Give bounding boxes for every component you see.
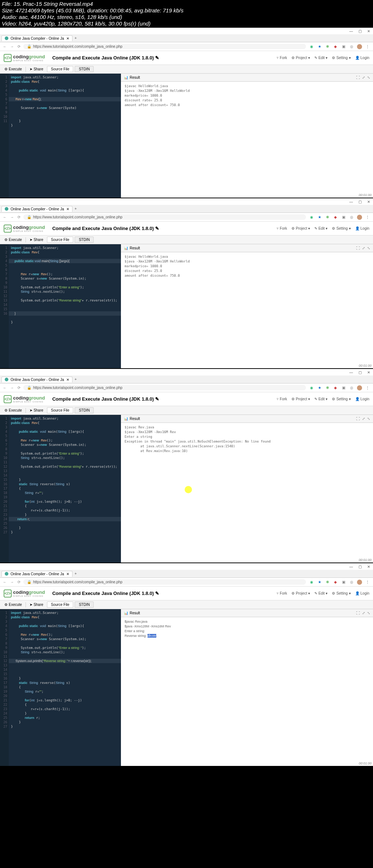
login-button[interactable]: 👤 Login bbox=[355, 56, 369, 60]
fork-button[interactable]: ⑂ Fork bbox=[276, 56, 287, 60]
line-gutter: 1234567891011 bbox=[0, 74, 9, 198]
share-button[interactable]: ➤ Share bbox=[27, 66, 46, 72]
edit-icon[interactable]: ✎ bbox=[155, 55, 159, 61]
cursor-highlight bbox=[185, 486, 192, 493]
site-logo[interactable]: </>codinggroundSIMPLE EASY CODING bbox=[4, 225, 45, 233]
editor-toolbar: ⚙ Execute ➤ Share Source File STDIN bbox=[0, 65, 373, 74]
code-editor[interactable]: 1234567891011121314151617181920212223242… bbox=[0, 415, 121, 563]
reload-icon[interactable]: ⟳ bbox=[17, 215, 20, 219]
screenshot-frame-4: —▢✕ Online Java Compiler - Online Ja✕+ ←… bbox=[0, 563, 373, 766]
source-tab[interactable]: Source File bbox=[47, 66, 74, 72]
execute-button[interactable]: ⚙ Execute bbox=[2, 237, 24, 242]
stdin-tab[interactable]: STDIN bbox=[75, 66, 94, 72]
ext-icon[interactable]: ◉ bbox=[309, 44, 314, 49]
screenshot-frame-3: —▢✕ Online Java Compiler - Online Ja✕+ ←… bbox=[0, 369, 373, 563]
project-button[interactable]: ⚙ Project ▾ bbox=[291, 56, 310, 60]
maximize-icon[interactable]: ▢ bbox=[358, 200, 362, 204]
screenshot-frame-2: —▢✕ Online Java Compiler - Online Ja✕+ ←… bbox=[0, 198, 373, 368]
setting-button[interactable]: ⚙ Setting ▾ bbox=[332, 226, 350, 230]
forward-icon[interactable]: → bbox=[10, 44, 14, 48]
address-bar: ← → ⟳ 🔒 https://www.tutorialspoint.com/c… bbox=[0, 42, 373, 51]
tab-favicon-icon bbox=[5, 36, 8, 40]
login-button[interactable]: 👤 Login bbox=[355, 226, 369, 230]
url-input[interactable]: 🔒https://www.tutorialspoint.com/compile_… bbox=[23, 214, 306, 220]
page-title: Compile and Execute Java Online (JDK 1.8… bbox=[52, 55, 159, 61]
extension-icons: ◉ ★ ❋ ◆ ▣ ◎ ⋮ bbox=[309, 44, 370, 49]
code-area[interactable]: import java.util.Scanner; public class R… bbox=[9, 74, 121, 198]
new-tab-button[interactable]: + bbox=[72, 206, 79, 211]
ext-icon[interactable]: ▣ bbox=[341, 44, 346, 49]
chart-icon: 📊 bbox=[124, 75, 128, 79]
site-header: </> codingground SIMPLE EASY CODING Comp… bbox=[0, 51, 373, 65]
expand-icon[interactable]: ⛶ bbox=[356, 75, 360, 79]
share-button[interactable]: ➤ Share bbox=[27, 237, 46, 242]
expand-icon[interactable]: ⤡ bbox=[367, 75, 370, 79]
edit-button[interactable]: ✎ Edit ▾ bbox=[314, 226, 327, 230]
editor-content: 1234567891011 import java.util.Scanner; … bbox=[0, 74, 373, 198]
source-tab[interactable]: Source File bbox=[47, 237, 74, 243]
result-output: $javac HelloWorld.java $java -Xmx128M -X… bbox=[121, 82, 373, 110]
execute-button[interactable]: ⚙ Execute bbox=[2, 66, 24, 72]
menu-icon[interactable]: ⋮ bbox=[365, 44, 370, 49]
fork-button[interactable]: ⑂ Fork bbox=[276, 226, 287, 230]
browser-tab-bar: Online Java Compiler - Online Ja ✕ + bbox=[0, 34, 373, 42]
result-output: $javac Rev.java $java -Xmx128M -Xms16M R… bbox=[121, 423, 373, 456]
selected-text: dlroW bbox=[148, 634, 156, 638]
maximize-icon[interactable]: ▢ bbox=[358, 29, 362, 33]
logo-icon: </> bbox=[4, 54, 12, 62]
result-panel: 📊Result ⛶ ⤢ ⤡ $javac HelloWorld.java $ja… bbox=[121, 74, 373, 198]
screenshot-frame-1: — ▢ ✕ Online Java Compiler - Online Ja ✕… bbox=[0, 28, 373, 198]
code-editor[interactable]: 1234567891011 import java.util.Scanner; … bbox=[0, 74, 121, 198]
avatar-icon[interactable] bbox=[357, 44, 362, 49]
setting-button[interactable]: ⚙ Setting ▾ bbox=[332, 56, 350, 60]
expand-icon[interactable]: ⤢ bbox=[362, 75, 365, 79]
tab-close-icon[interactable]: ✕ bbox=[66, 36, 69, 40]
minimize-icon[interactable]: — bbox=[349, 29, 353, 33]
project-button[interactable]: ⚙ Project ▾ bbox=[291, 226, 310, 230]
url-input[interactable]: 🔒 https://www.tutorialspoint.com/compile… bbox=[23, 44, 306, 49]
nav-arrows: ← → ⟳ bbox=[3, 44, 20, 48]
back-icon[interactable]: ← bbox=[3, 44, 7, 48]
browser-tab[interactable]: Online Java Compiler - Online Ja ✕ bbox=[1, 35, 72, 41]
result-output: $javac HelloWorld.java $java -Xmx128M -X… bbox=[121, 252, 373, 280]
tab-title: Online Java Compiler - Online Ja bbox=[11, 36, 64, 40]
code-editor[interactable]: 1234567891011121314151617181920212223242… bbox=[0, 609, 121, 766]
file-info-overlay: File: 15. Prac-15 String Reversal.mp4 Si… bbox=[0, 0, 373, 28]
forward-icon[interactable]: → bbox=[10, 215, 14, 219]
header-actions: ⑂ Fork ⚙ Project ▾ ✎ Edit ▾ ⚙ Setting ▾ … bbox=[276, 56, 369, 60]
new-tab-button[interactable]: + bbox=[72, 35, 79, 41]
edit-button[interactable]: ✎ Edit ▾ bbox=[314, 56, 327, 60]
reload-icon[interactable]: ⟳ bbox=[17, 44, 20, 48]
result-header: 📊Result ⛶ ⤢ ⤡ bbox=[121, 74, 373, 82]
browser-tab[interactable]: Online Java Compiler - Online Ja✕ bbox=[1, 206, 72, 212]
result-output: $javac Rev.java $java -Xmx128M -Xms16M R… bbox=[121, 617, 373, 641]
back-icon[interactable]: ← bbox=[3, 215, 7, 219]
stdin-tab[interactable]: STDIN bbox=[75, 237, 94, 243]
close-icon[interactable]: ✕ bbox=[367, 29, 370, 33]
ext-icon[interactable]: ◆ bbox=[333, 44, 338, 49]
close-icon[interactable]: ✕ bbox=[367, 200, 370, 204]
window-controls: — ▢ ✕ bbox=[0, 28, 373, 34]
lock-icon: 🔒 bbox=[27, 44, 31, 48]
ext-icon[interactable]: ★ bbox=[317, 44, 322, 49]
timestamp: 00:01:00 bbox=[359, 193, 372, 197]
ext-icon[interactable]: ◎ bbox=[349, 44, 354, 49]
minimize-icon[interactable]: — bbox=[349, 200, 353, 204]
site-logo[interactable]: </> codingground SIMPLE EASY CODING bbox=[4, 54, 45, 62]
url-text: https://www.tutorialspoint.com/compile_j… bbox=[33, 44, 122, 48]
code-editor[interactable]: 12345678910111213141516 import java.util… bbox=[0, 244, 121, 368]
ext-icon[interactable]: ❋ bbox=[325, 44, 330, 49]
